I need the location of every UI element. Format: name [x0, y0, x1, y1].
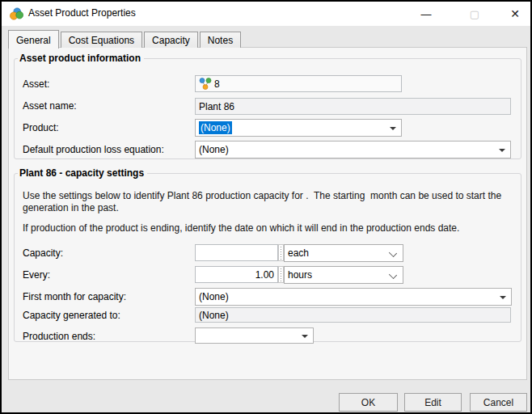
- edit-button[interactable]: Edit: [404, 393, 462, 412]
- every-spinner[interactable]: [278, 266, 284, 283]
- product-selected-value: (None): [199, 121, 232, 134]
- loss-equation-label: Default production loss equation:: [23, 144, 164, 155]
- tab-capacity[interactable]: Capacity: [144, 32, 198, 48]
- product-dropdown[interactable]: (None): [195, 119, 402, 137]
- asset-field: 8: [195, 75, 402, 92]
- tab-cost-equations[interactable]: Cost Equations: [61, 32, 142, 48]
- minimize-button[interactable]: —: [412, 2, 440, 26]
- asset-label: Asset:: [23, 78, 49, 90]
- group-title: Asset product information: [18, 53, 144, 64]
- general-tab-page: Asset product information Asset: 8 Asset…: [8, 47, 527, 380]
- tab-notes[interactable]: Notes: [200, 32, 241, 48]
- capacity-unit-dropdown[interactable]: each: [284, 244, 403, 262]
- generated-to-label: Capacity generated to:: [23, 310, 120, 321]
- asset-molecule-icon: [199, 78, 212, 91]
- asset-id-value: 8: [214, 78, 220, 90]
- dropdown-arrow-icon: [499, 149, 505, 152]
- capacity-settings-group: Plant 86 - capacity settings Use the set…: [14, 167, 521, 342]
- maximize-button-disabled: ▢: [461, 2, 488, 26]
- capacity-instructions-1: Use the settings below to identify Plant…: [23, 190, 508, 214]
- asset-name-label: Asset name:: [23, 100, 77, 112]
- first-month-value: (None): [199, 291, 229, 302]
- first-month-label: First month for capacity:: [23, 291, 126, 302]
- asset-name-field: Plant 86: [195, 98, 511, 115]
- asset-product-information-group: Asset product information Asset: 8 Asset…: [14, 53, 521, 159]
- tab-general[interactable]: General: [8, 30, 59, 49]
- capacity-unit-value: each: [288, 247, 309, 259]
- cancel-button[interactable]: Cancel: [470, 393, 527, 412]
- window-title: Asset Product Properties: [28, 7, 136, 19]
- chevron-down-icon: [389, 271, 397, 279]
- loss-selected-value: (None): [199, 144, 229, 155]
- every-unit-dropdown[interactable]: hours: [284, 266, 403, 284]
- group-title: Plant 86 - capacity settings: [18, 167, 147, 179]
- every-label: Every:: [23, 269, 50, 281]
- tab-strip: General Cost Equations Capacity Notes: [8, 29, 243, 48]
- capacity-label: Capacity:: [23, 247, 63, 259]
- default-production-loss-dropdown[interactable]: (None): [195, 141, 511, 158]
- dropdown-arrow-icon: [500, 296, 506, 299]
- every-input[interactable]: 1.00: [195, 266, 278, 283]
- capacity-spinner[interactable]: [278, 244, 284, 261]
- ok-button[interactable]: OK: [339, 393, 398, 412]
- capacity-generated-to-field: (None): [195, 307, 511, 323]
- production-ends-label: Production ends:: [23, 331, 95, 342]
- capacity-instructions-2: If production of the product is ending, …: [23, 222, 508, 234]
- every-unit-value: hours: [288, 269, 312, 281]
- dropdown-arrow-icon: [390, 127, 396, 130]
- product-label: Product:: [23, 122, 59, 133]
- close-button[interactable]: ✕: [501, 2, 529, 26]
- chevron-down-icon: [389, 249, 397, 257]
- title-bar: Asset Product Properties — ▢ ✕: [2, 2, 530, 26]
- production-ends-dropdown[interactable]: [195, 327, 314, 344]
- first-month-dropdown[interactable]: (None): [195, 288, 512, 306]
- asset-product-properties-dialog: Asset Product Properties — ▢ ✕ General C…: [0, 0, 532, 414]
- dropdown-arrow-icon: [302, 335, 308, 338]
- app-balls-icon: [10, 7, 23, 21]
- capacity-input[interactable]: [195, 244, 278, 261]
